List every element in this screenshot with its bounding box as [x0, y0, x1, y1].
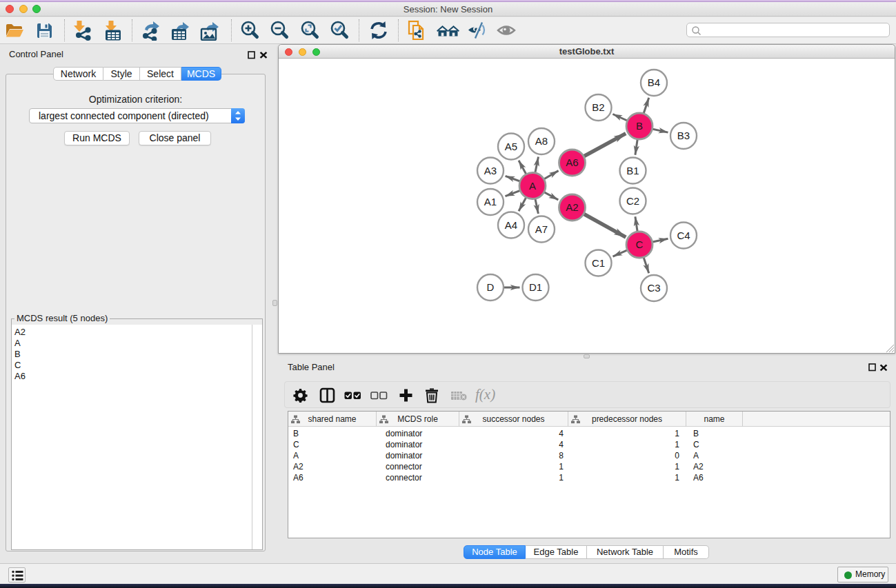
svg-text:B1: B1 — [626, 165, 639, 176]
svg-text:C2: C2 — [626, 195, 639, 207]
svg-text:C3: C3 — [647, 282, 660, 294]
svg-text:B: B — [636, 120, 643, 132]
svg-text:A2: A2 — [566, 201, 578, 213]
svg-text:C4: C4 — [677, 230, 690, 241]
svg-text:A5: A5 — [505, 141, 517, 152]
svg-text:A1: A1 — [484, 196, 497, 207]
svg-text:A3: A3 — [484, 165, 497, 176]
svg-text:B4: B4 — [648, 77, 660, 88]
svg-text:B3: B3 — [677, 130, 690, 141]
svg-text:D: D — [487, 281, 495, 293]
svg-text:A: A — [529, 180, 536, 192]
svg-text:A8: A8 — [535, 135, 548, 147]
svg-text:D1: D1 — [529, 281, 542, 293]
svg-text:C1: C1 — [592, 257, 605, 269]
svg-text:A6: A6 — [566, 156, 578, 168]
svg-text:B2: B2 — [592, 101, 604, 113]
svg-text:A4: A4 — [505, 219, 517, 231]
svg-text:C: C — [636, 239, 644, 250]
svg-text:A7: A7 — [535, 223, 548, 235]
